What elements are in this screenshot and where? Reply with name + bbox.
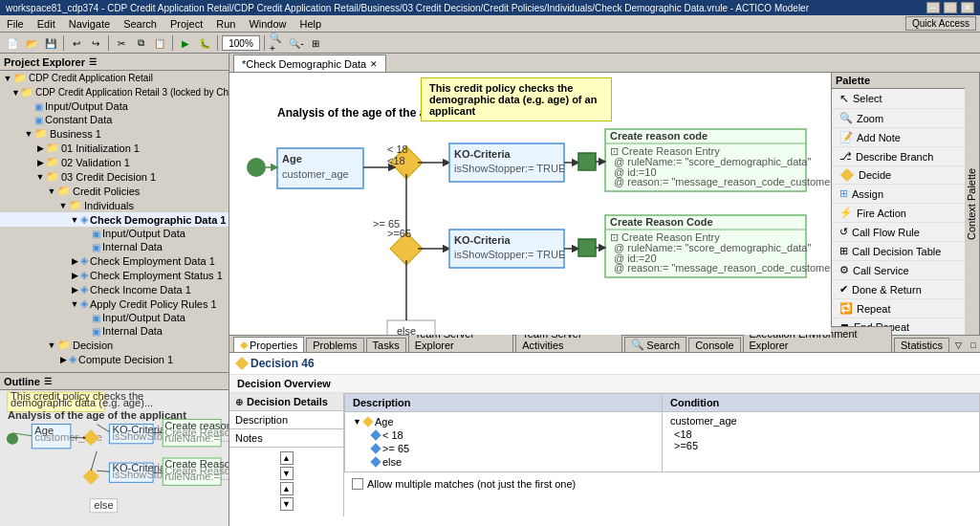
tab-tasks[interactable]: Tasks — [366, 338, 406, 352]
outline-canvas[interactable]: This credit policy checks the demographi… — [0, 390, 229, 526]
palette-item-call-flow[interactable]: ↺ Call Flow Rule — [832, 223, 965, 242]
run-button[interactable]: ▶ — [177, 34, 194, 52]
expand-arrow[interactable]: ▼ — [353, 417, 361, 427]
maximize-panel-button[interactable]: □ — [967, 339, 980, 352]
tree-item-io3[interactable]: ▣ Input/Output Data — [0, 311, 229, 324]
palette-item-done[interactable]: ✔ Done & Return — [832, 280, 965, 299]
paste-button[interactable]: 📋 — [151, 34, 168, 52]
tree-item-check-emp[interactable]: ▶ ◈ Check Employment Data 1 — [0, 253, 229, 268]
expand-icon[interactable]: ▶ — [34, 158, 46, 167]
expand-icon[interactable]: ▼ — [2, 74, 13, 83]
menu-navigate[interactable]: Navigate — [66, 17, 113, 31]
expand-icon[interactable]: ▶ — [34, 143, 46, 153]
tab-properties[interactable]: ◆ Properties — [233, 337, 304, 352]
tab-problems[interactable]: Problems — [306, 338, 363, 352]
context-palette[interactable]: Context Palette — [965, 73, 980, 335]
props-row-description[interactable]: Description — [229, 411, 343, 429]
tree-item-apply-credit[interactable]: ▼ ◈ Apply Credit Policy Rules 1 — [0, 296, 229, 311]
redo-button[interactable]: ↪ — [87, 34, 104, 52]
green-node-1[interactable] — [578, 153, 596, 170]
menu-project[interactable]: Project — [167, 17, 206, 31]
close-button[interactable]: ✕ — [961, 2, 974, 13]
palette-item-assign[interactable]: ⊞ Assign — [832, 185, 965, 204]
tree-item-01[interactable]: ▶ 📁 01 Initialization 1 — [0, 141, 229, 155]
maximize-button[interactable]: □ — [944, 2, 957, 13]
palette-item-fire-action[interactable]: ⚡ Fire Action — [832, 204, 965, 223]
tree-item-03[interactable]: ▼ 📁 03 Credit Decision 1 — [0, 169, 229, 184]
canvas-area[interactable]: This credit policy checks the demographi… — [229, 73, 831, 335]
expand-icon[interactable]: ▶ — [69, 271, 80, 280]
palette-item-zoom[interactable]: 🔍 Zoom — [832, 109, 965, 128]
tree-item-cdp[interactable]: ▼ 📁 CDP Credit Application Retail 3 (loc… — [0, 85, 229, 99]
tab-statistics[interactable]: Statistics — [894, 338, 949, 352]
project-explorer-menu-icon[interactable]: ☰ — [89, 57, 97, 67]
tree-item-decision[interactable]: ▼ 📁 Decision — [0, 338, 229, 352]
menu-edit[interactable]: Edit — [34, 17, 58, 31]
palette-item-repeat[interactable]: 🔁 Repeat — [832, 299, 965, 318]
palette-item-describe-branch[interactable]: ⎇ Describe Branch — [832, 147, 965, 166]
expand-icon[interactable]: ▶ — [69, 285, 80, 295]
tree-item-compute[interactable]: ▶ ◈ Compute Decision 1 — [0, 352, 229, 366]
menu-help[interactable]: Help — [297, 17, 325, 31]
expand-icon[interactable]: ▼ — [34, 172, 46, 182]
tab-console[interactable]: Console — [688, 338, 740, 352]
tree-item-check-demo[interactable]: ▼ ◈ Check Demographic Data 1 — [0, 212, 229, 227]
copy-button[interactable]: ⧉ — [132, 34, 149, 52]
tab-close-button[interactable]: ✕ — [370, 59, 378, 69]
palette-item-decide[interactable]: Decide — [832, 166, 965, 185]
up2-arrow-button[interactable]: ▲ — [280, 482, 294, 495]
palette-item-call-service[interactable]: ⚙ Call Service — [832, 261, 965, 280]
project-tree[interactable]: ▼ 📁 CDP Credit Application Retail ▼ 📁 CD… — [0, 71, 229, 372]
expand-icon[interactable]: ▶ — [57, 355, 69, 364]
main-editor-tab[interactable]: *Check Demographic Data ✕ — [233, 55, 386, 72]
tree-item-individuals[interactable]: ▼ 📁 Individuals — [0, 198, 229, 212]
tree-item-internal[interactable]: ▣ Internal Data — [0, 240, 229, 253]
menu-window[interactable]: Window — [246, 17, 289, 31]
tree-item-02[interactable]: ▶ 📁 02 Validation 1 — [0, 155, 229, 169]
undo-button[interactable]: ↩ — [68, 34, 85, 52]
tree-item-io2[interactable]: ▣ Input/Output Data — [0, 227, 229, 240]
expand-icon[interactable]: ▼ — [11, 88, 20, 98]
fit-button[interactable]: ⊞ — [307, 34, 324, 52]
zoom-input[interactable] — [222, 35, 260, 51]
tree-item-io[interactable]: ▣ Input/Output Data — [0, 99, 229, 113]
zoom-out-button[interactable]: 🔍- — [288, 34, 305, 52]
cut-button[interactable]: ✂ — [113, 34, 130, 52]
tree-item-internal2[interactable]: ▣ Internal Data — [0, 324, 229, 338]
palette-item-add-note[interactable]: 📝 Add Note — [832, 128, 965, 147]
menu-run[interactable]: Run — [213, 17, 238, 31]
menu-file[interactable]: File — [4, 17, 27, 31]
menu-search[interactable]: Search — [120, 17, 160, 31]
debug-button[interactable]: 🐛 — [196, 34, 213, 52]
green-node-2[interactable] — [578, 239, 596, 256]
down-arrow-button[interactable]: ▼ — [280, 467, 294, 480]
expand-icon[interactable]: ▶ — [69, 256, 80, 266]
allow-multiple-checkbox[interactable] — [352, 478, 363, 490]
save-button[interactable]: 💾 — [42, 34, 59, 52]
minimize-button[interactable]: ─ — [926, 2, 940, 13]
minimize-panel-button[interactable]: ▽ — [951, 339, 965, 352]
expand-icon[interactable]: ▼ — [57, 201, 69, 210]
outline-menu-icon[interactable]: ☰ — [44, 377, 52, 386]
tree-item-check-emp-status[interactable]: ▶ ◈ Check Employment Status 1 — [0, 268, 229, 282]
tree-item-credit-policies[interactable]: ▼ 📁 Credit Policies — [0, 184, 229, 198]
expand-icon[interactable]: ▼ — [23, 129, 34, 139]
zoom-in-button[interactable]: 🔍+ — [269, 34, 286, 52]
palette-item-select[interactable]: ↖ Select — [832, 89, 965, 109]
open-button[interactable]: 📂 — [23, 34, 40, 52]
new-button[interactable]: 📄 — [4, 34, 21, 52]
tab-search[interactable]: 🔍 Search — [624, 337, 686, 352]
tree-item-check-income[interactable]: ▶ ◈ Check Income Data 1 — [0, 282, 229, 296]
expand-icon[interactable]: ▼ — [46, 340, 57, 350]
palette-item-call-decision[interactable]: ⊞ Call Decision Table — [832, 242, 965, 261]
tree-item-business[interactable]: ▼ 📁 Business 1 — [0, 126, 229, 141]
props-row-decisiondetails[interactable]: ⊕ Decision Details — [229, 393, 343, 411]
props-row-notes[interactable]: Notes — [229, 429, 343, 448]
expand-icon[interactable]: ▼ — [69, 299, 80, 309]
down2-arrow-button[interactable]: ▼ — [280, 497, 294, 511]
tree-item-const[interactable]: ▣ Constant Data — [0, 113, 229, 126]
quick-access-button[interactable]: Quick Access — [905, 16, 976, 31]
expand-icon[interactable]: ▼ — [46, 186, 57, 196]
up-arrow-button[interactable]: ▲ — [280, 451, 294, 465]
tree-item-root[interactable]: ▼ 📁 CDP Credit Application Retail — [0, 71, 229, 85]
